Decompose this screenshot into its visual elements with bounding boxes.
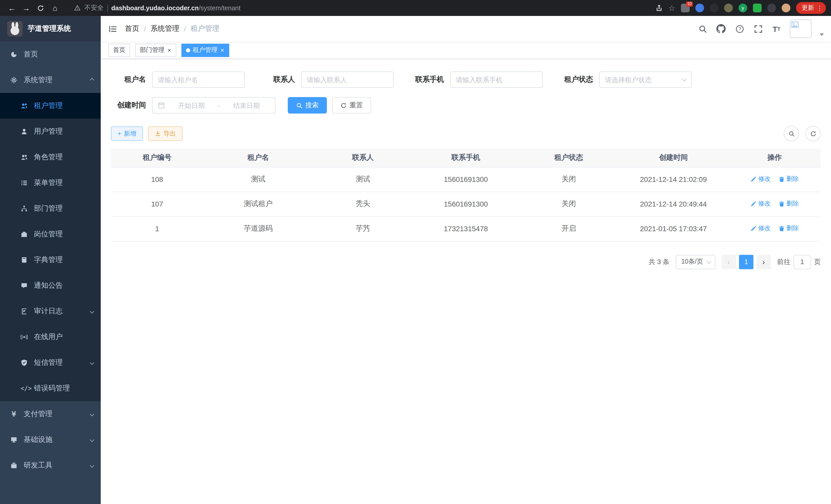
- edit-button[interactable]: 修改: [751, 224, 771, 233]
- reset-button[interactable]: 重置: [332, 97, 371, 114]
- share-icon[interactable]: [655, 4, 663, 12]
- page-number-1[interactable]: 1: [739, 255, 753, 269]
- page-size-select[interactable]: 10条/页: [676, 255, 715, 269]
- tab-home[interactable]: 首页: [109, 43, 130, 57]
- breadcrumb-home[interactable]: 首页: [125, 24, 139, 33]
- extension-icon-olive[interactable]: [724, 4, 733, 12]
- toggle-search-button[interactable]: [784, 126, 799, 141]
- filter-row-2: 创建时间 - 搜索 重置: [111, 97, 821, 114]
- help-button[interactable]: ?: [735, 24, 745, 34]
- navbar-tools: ? TT: [697, 20, 831, 38]
- edit-button[interactable]: 修改: [751, 175, 771, 184]
- date-start-input[interactable]: [168, 101, 215, 109]
- cell-phone: 17321315478: [413, 216, 519, 241]
- home-icon[interactable]: ⌂: [48, 1, 62, 14]
- sidebar-item-label: 短信管理: [34, 358, 63, 367]
- sidebar-item-infra[interactable]: 基础设施: [0, 427, 101, 453]
- sidebar-item-label: 错误码管理: [34, 384, 70, 393]
- sidebar-item-menu[interactable]: 菜单管理: [0, 170, 101, 196]
- tab-dept[interactable]: 部门管理 ×: [135, 43, 176, 57]
- sidebar-item-online-users[interactable]: 在线用户: [0, 324, 101, 350]
- breadcrumb-separator: /: [184, 25, 186, 33]
- sidebar-item-tenant[interactable]: 租户管理: [0, 93, 101, 119]
- tab-tenant[interactable]: 租户管理 ×: [181, 43, 229, 57]
- code-icon: </>: [21, 385, 28, 392]
- back-icon[interactable]: ←: [5, 1, 19, 14]
- filter-tenant-name: 租户名: [111, 71, 245, 88]
- edit-button[interactable]: 修改: [751, 200, 771, 208]
- extension-icon-green-square[interactable]: [753, 4, 762, 12]
- filter-label: 租户状态: [558, 75, 593, 84]
- delete-label: 删除: [786, 224, 799, 233]
- cell-tenant-id: 1: [111, 216, 203, 241]
- font-size-button[interactable]: TT: [771, 24, 782, 34]
- fullscreen-button[interactable]: [753, 24, 763, 34]
- extension-icon-puzzle[interactable]: 10: [681, 4, 690, 12]
- sidebar-item-sms[interactable]: 短信管理: [0, 350, 101, 376]
- breadcrumb-system[interactable]: 系统管理: [150, 24, 179, 33]
- book-icon: [21, 256, 28, 264]
- sidebar-item-home[interactable]: 首页: [0, 41, 101, 67]
- date-end-input[interactable]: [223, 101, 270, 109]
- refresh-table-button[interactable]: [805, 126, 821, 141]
- forward-icon[interactable]: →: [20, 1, 33, 14]
- browser-menu-icon[interactable]: ⋮: [816, 4, 823, 11]
- chevron-down-icon: [706, 259, 712, 264]
- contact-input[interactable]: [307, 76, 388, 84]
- sidebar-item-role[interactable]: 角色管理: [0, 144, 101, 170]
- chevron-down-icon: [90, 438, 94, 442]
- sidebar-item-error-code[interactable]: </> 错误码管理: [0, 376, 101, 401]
- sidebar-toggle-button[interactable]: [101, 16, 125, 41]
- update-button[interactable]: 更新 ⋮: [796, 2, 826, 14]
- goto-page-input[interactable]: [794, 255, 811, 269]
- reload-icon[interactable]: [34, 1, 47, 14]
- next-page-button[interactable]: ›: [756, 255, 771, 269]
- phone-input[interactable]: [456, 76, 537, 84]
- url-text[interactable]: dashboard.yudao.iocoder.cn/system/tenant: [111, 4, 240, 11]
- tenant-name-input[interactable]: [158, 76, 239, 84]
- extension-icon-green-circle[interactable]: y: [739, 4, 747, 12]
- extension-icon-dark[interactable]: [710, 4, 718, 12]
- add-button[interactable]: + 新增: [111, 126, 143, 141]
- sidebar-item-dict[interactable]: 字典管理: [0, 247, 101, 273]
- sidebar-item-audit-log[interactable]: 审计日志: [0, 298, 101, 324]
- url-divider: [107, 4, 108, 11]
- sidebar-item-system[interactable]: 系统管理: [0, 67, 101, 93]
- sidebar-item-post[interactable]: 岗位管理: [0, 221, 101, 247]
- extension-icon-pinwheel[interactable]: [767, 4, 776, 12]
- extension-icon-blue[interactable]: [695, 4, 704, 12]
- close-icon[interactable]: ×: [167, 47, 172, 53]
- sidebar-item-user[interactable]: 用户管理: [0, 119, 101, 144]
- profile-avatar-icon[interactable]: [782, 4, 791, 12]
- github-icon: [716, 24, 726, 33]
- breadcrumb-current: 租户管理: [191, 24, 220, 33]
- sidebar-item-label: 首页: [24, 50, 38, 59]
- security-label[interactable]: 不安全: [84, 4, 104, 12]
- delete-button[interactable]: 删除: [779, 200, 799, 208]
- sidebar-item-dept[interactable]: 部门管理: [0, 196, 101, 221]
- github-link[interactable]: [716, 24, 726, 34]
- system-submenu: 租户管理 用户管理 角色管理 菜单管理 部门管理: [0, 93, 101, 401]
- sidebar-item-payment[interactable]: ¥ 支付管理: [0, 401, 101, 427]
- sidebar-item-devtools[interactable]: 研发工具: [0, 453, 101, 478]
- header-search-button[interactable]: [697, 24, 708, 34]
- date-range-picker[interactable]: -: [152, 97, 276, 114]
- close-icon[interactable]: ×: [220, 47, 225, 53]
- user-avatar[interactable]: [790, 20, 811, 38]
- export-button[interactable]: 导出: [148, 126, 182, 141]
- search-button[interactable]: 搜索: [288, 97, 327, 114]
- sidebar-logo[interactable]: 芋道管理系统: [0, 16, 101, 41]
- log-icon: [21, 308, 28, 315]
- status-select[interactable]: [599, 71, 692, 88]
- shield-icon: [21, 359, 28, 366]
- address-bar[interactable]: 不安全 dashboard.yudao.iocoder.cn/system/te…: [74, 4, 240, 12]
- sidebar-item-label: 审计日志: [34, 307, 63, 316]
- delete-button[interactable]: 删除: [779, 175, 799, 184]
- status-select-input[interactable]: [605, 76, 679, 84]
- sidebar-item-notice[interactable]: 通知公告: [0, 273, 101, 298]
- table-header: 租户编号 租户名 联系人 联系手机 租户状态 创建时间 操作: [111, 148, 821, 167]
- delete-button[interactable]: 删除: [779, 224, 799, 233]
- prev-page-button[interactable]: ‹: [721, 255, 736, 269]
- calendar-icon: [158, 102, 165, 109]
- bookmark-star-icon[interactable]: ☆: [668, 3, 675, 12]
